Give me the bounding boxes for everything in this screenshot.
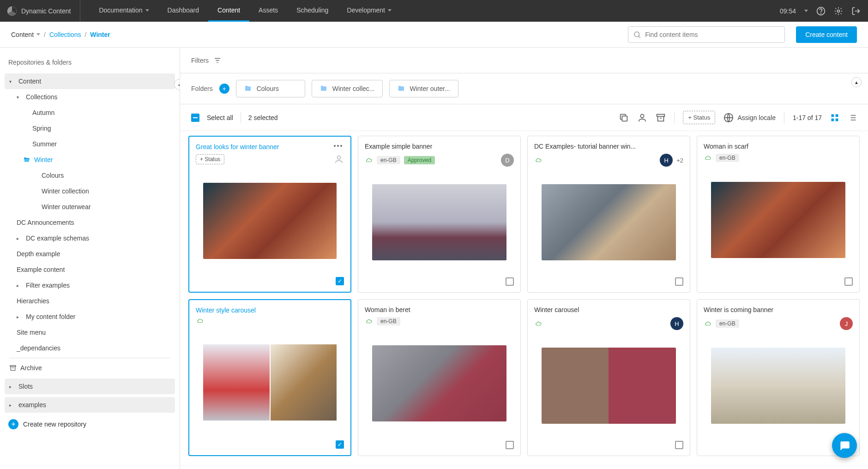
create-new-repository[interactable]: + Create new repository xyxy=(5,413,175,436)
create-content-button[interactable]: Create content xyxy=(796,26,857,43)
sidebar-item-filter-examples[interactable]: ▸Filter examples xyxy=(5,277,175,293)
add-folder-button[interactable]: + xyxy=(219,84,229,94)
sidebar-item-dc-announcements[interactable]: DC Announcements xyxy=(5,215,175,230)
card-thumbnail xyxy=(365,176,514,268)
sidebar-item-collections[interactable]: ▾ Collections xyxy=(5,89,175,105)
brand[interactable]: Dynamic Content xyxy=(7,0,80,22)
card-checkbox[interactable] xyxy=(675,441,683,449)
card-checkbox[interactable] xyxy=(336,440,344,449)
content-card[interactable]: DC Examples- tutorial banner win... H +2 xyxy=(527,136,690,293)
card-checkbox[interactable] xyxy=(506,441,514,449)
cloud-icon xyxy=(365,318,373,325)
content-card[interactable]: Example simple banner en-GB Approved D xyxy=(358,136,521,293)
brand-name: Dynamic Content xyxy=(21,7,71,15)
breadcrumb-sep: / xyxy=(44,31,46,38)
sidebar-item-autumn[interactable]: Autumn xyxy=(5,105,175,120)
svg-rect-10 xyxy=(836,114,838,117)
collapse-sidebar-button[interactable]: ◀ xyxy=(174,79,180,90)
content-card[interactable]: Woman in scarf en-GB xyxy=(697,136,860,293)
nav-documentation[interactable]: Documentation xyxy=(90,0,158,22)
sidebar-repo-examples[interactable]: ▸examples xyxy=(5,397,175,413)
select-all-label[interactable]: Select all xyxy=(207,114,233,121)
sidebar-item-archive[interactable]: Archive xyxy=(5,360,175,376)
assign-locale-button[interactable]: Assign locale xyxy=(723,113,776,123)
sidebar-item-site-menu[interactable]: Site menu xyxy=(5,325,175,340)
folder-chip-collection[interactable]: Winter collec... xyxy=(312,80,383,97)
content-card[interactable]: Winter carousel H xyxy=(527,299,690,456)
sidebar-item-dc-example-schemas[interactable]: ▸DC example schemas xyxy=(5,230,175,246)
folder-chip-colours[interactable]: Colours xyxy=(236,80,305,97)
archive-icon xyxy=(9,364,17,372)
chevron-down-icon: ▾ xyxy=(9,79,15,84)
sidebar-item-depth-example[interactable]: Depth example xyxy=(5,246,175,262)
sidebar-item-hierarchies[interactable]: Hierarchies xyxy=(5,293,175,309)
brand-logo-icon xyxy=(7,6,17,16)
grid-view-icon[interactable] xyxy=(830,113,839,122)
archive-icon[interactable] xyxy=(656,113,666,123)
chat-fab[interactable] xyxy=(832,433,857,458)
list-view-icon[interactable] xyxy=(848,113,857,122)
logout-icon[interactable] xyxy=(851,6,861,16)
search-box[interactable] xyxy=(628,26,785,43)
card-checkbox[interactable] xyxy=(675,277,683,286)
card-thumbnail xyxy=(196,174,344,268)
sidebar-title: Repositories & folders xyxy=(5,55,175,73)
chevron-down-icon xyxy=(388,9,392,12)
assign-user-icon[interactable] xyxy=(334,154,344,164)
sidebar-item-winter-collection[interactable]: Winter collection xyxy=(5,183,175,199)
content-card[interactable]: Great looks for winter banner + Status xyxy=(188,136,351,293)
search-input[interactable] xyxy=(645,31,780,38)
filter-row: Filters xyxy=(180,48,868,73)
card-add-status[interactable]: + Status xyxy=(196,154,224,164)
sidebar-repo-slots[interactable]: ▸Slots xyxy=(5,379,175,394)
card-checkbox[interactable] xyxy=(844,277,853,286)
folder-chip-outerwear[interactable]: Winter outer... xyxy=(389,80,458,97)
nav-assets[interactable]: Assets xyxy=(249,0,287,22)
clock[interactable]: 09:54 xyxy=(780,7,796,15)
pagination-text: 1-17 of 17 xyxy=(793,114,822,121)
sidebar-item-summer[interactable]: Summer xyxy=(5,136,175,152)
content-card[interactable]: Winter is coming banner en-GB J xyxy=(697,299,860,456)
svg-point-3 xyxy=(634,32,639,37)
breadcrumb-collections[interactable]: Collections xyxy=(49,31,81,38)
extra-count: +2 xyxy=(676,157,683,164)
svg-point-13 xyxy=(337,156,340,159)
content-card[interactable]: Woman in beret en-GB xyxy=(358,299,521,456)
assign-user-icon[interactable] xyxy=(637,113,647,123)
chevron-right-icon: ▸ xyxy=(9,403,15,408)
breadcrumb-current[interactable]: Winter xyxy=(90,31,110,38)
collapse-folders-button[interactable]: ▲ xyxy=(851,77,862,87)
sidebar-item-spring[interactable]: Spring xyxy=(5,120,175,136)
nav-dashboard[interactable]: Dashboard xyxy=(158,0,209,22)
globe-icon xyxy=(723,113,734,123)
cloud-icon xyxy=(196,318,204,324)
gear-icon[interactable] xyxy=(834,6,843,16)
sidebar-item-dependancies[interactable]: _dependancies xyxy=(5,340,175,356)
content-card[interactable]: Winter style carousel xyxy=(188,299,351,456)
search-icon xyxy=(633,30,641,39)
sidebar-item-winter-outerwear[interactable]: Winter outerwear xyxy=(5,199,175,215)
filter-icon[interactable] xyxy=(213,56,222,65)
sidebar-item-my-content-folder[interactable]: ▸My content folder xyxy=(5,309,175,325)
nav-development[interactable]: Development xyxy=(338,0,401,22)
card-checkbox[interactable] xyxy=(506,277,514,286)
card-title: Winter style carousel xyxy=(196,307,256,314)
svg-point-1 xyxy=(821,12,821,13)
copy-icon[interactable] xyxy=(619,113,629,123)
nav-scheduling[interactable]: Scheduling xyxy=(287,0,338,22)
breadcrumb-root[interactable]: Content xyxy=(11,31,40,38)
plus-icon: + xyxy=(8,419,18,429)
sidebar-item-colours[interactable]: Colours xyxy=(5,168,175,183)
add-status-button[interactable]: + Status xyxy=(683,111,715,124)
sidebar-item-winter[interactable]: Winter xyxy=(5,152,175,168)
sidebar-item-example-content[interactable]: Example content xyxy=(5,262,175,277)
cloud-icon xyxy=(534,157,542,163)
nav-content[interactable]: Content xyxy=(208,0,249,22)
help-icon[interactable] xyxy=(816,6,826,16)
sidebar: Repositories & folders ▾ Content ▾ Colle… xyxy=(0,48,180,469)
sidebar-repo-content[interactable]: ▾ Content xyxy=(5,73,175,89)
select-all-checkbox[interactable] xyxy=(191,114,199,122)
avatar: H xyxy=(660,154,673,167)
more-menu-icon[interactable] xyxy=(332,143,344,149)
card-checkbox[interactable] xyxy=(336,277,344,285)
